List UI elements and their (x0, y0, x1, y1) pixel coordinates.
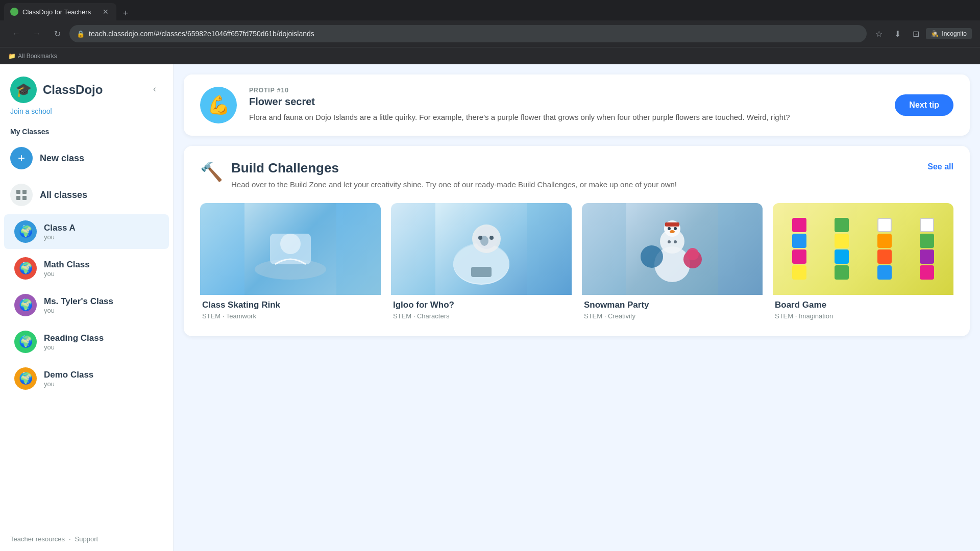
challenge-info-snowman: Snowman Party STEM · Creativity (582, 295, 763, 322)
reading-class-sub: you (44, 343, 104, 351)
class-a-avatar: 🌍 (14, 220, 37, 243)
challenge-name-skating: Class Skating Rink (202, 300, 379, 310)
board-cell-10 (835, 249, 849, 264)
board-cell-2 (835, 218, 849, 232)
sidebar-item-class-a[interactable]: 🌍 Class A you (4, 214, 169, 249)
lock-icon: 🔒 (77, 30, 85, 38)
incognito-badge: 🕵 Incognito (926, 28, 972, 39)
toolbar-right: ☆ ⬇ ⊡ 🕵 Incognito (871, 26, 972, 42)
next-tip-button[interactable]: Next tip (895, 94, 953, 116)
address-bar[interactable]: 🔒 teach.classdojo.com/#/classes/65982e10… (69, 25, 867, 42)
svg-rect-11 (471, 267, 492, 277)
challenge-card-snowman[interactable]: Snowman Party STEM · Creativity (582, 203, 763, 322)
sidebar-item-demo-class[interactable]: 🌍 Demo Class you (4, 361, 169, 396)
protip-card: 💪 PROTIP #10 Flower secret Flora and fau… (184, 74, 970, 136)
customize-button[interactable]: ⊡ (908, 26, 924, 42)
refresh-button[interactable]: ↻ (49, 26, 65, 42)
bookmark-button[interactable]: ☆ (871, 26, 887, 42)
my-classes-label: My Classes (0, 123, 173, 140)
logo-text: ClassDojo (43, 83, 103, 97)
tylers-class-info: Ms. Tyler's Class you (44, 296, 113, 314)
math-class-name: Math Class (44, 260, 90, 270)
all-classes-button[interactable]: All classes (0, 177, 173, 213)
challenge-card-skating[interactable]: Class Skating Rink STEM · Teamwork (200, 203, 381, 322)
download-button[interactable]: ⬇ (889, 26, 905, 42)
back-button[interactable]: ← (8, 26, 24, 42)
svg-rect-3 (22, 196, 27, 200)
incognito-label: Incognito (942, 30, 967, 37)
new-class-button[interactable]: + New class (0, 140, 173, 177)
active-tab[interactable]: ClassDojo for Teachers ✕ (4, 3, 116, 20)
board-cell-11 (877, 249, 892, 264)
board-cell-13 (792, 265, 806, 280)
teacher-resources-link[interactable]: Teacher resources (10, 535, 65, 543)
demo-class-info: Demo Class you (44, 370, 93, 388)
svg-point-24 (670, 230, 675, 233)
demo-class-sub: you (44, 380, 93, 388)
tylers-class-avatar: 🌍 (14, 294, 37, 316)
challenge-tags-igloo: STEM · Characters (393, 312, 570, 320)
board-cell-16 (920, 265, 934, 280)
footer-dot: · (69, 535, 71, 543)
svg-point-22 (668, 227, 671, 230)
see-all-link[interactable]: See all (927, 162, 953, 171)
challenge-info-igloo: Igloo for Who? STEM · Characters (391, 295, 572, 322)
bookmarks-label[interactable]: 📁 All Bookmarks (8, 53, 57, 60)
challenge-tags-skating: STEM · Teamwork (202, 312, 379, 320)
demo-class-avatar: 🌍 (14, 367, 37, 390)
sidebar-footer: Teacher resources · Support (0, 527, 173, 551)
logo-icon: 🎓 (10, 77, 37, 103)
challenge-card-board[interactable]: Board Game STEM · Imagination (773, 203, 953, 322)
tylers-class-name: Ms. Tyler's Class (44, 296, 113, 307)
sidebar-item-math-class[interactable]: 🌍 Math Class you (4, 251, 169, 286)
main-content: 💪 PROTIP #10 Flower secret Flora and fau… (174, 64, 980, 551)
svg-point-16 (489, 236, 494, 240)
board-cell-5 (792, 234, 806, 248)
svg-point-26 (674, 240, 677, 243)
url-text: teach.classdojo.com/#/classes/65982e1046… (89, 30, 860, 38)
svg-point-29 (641, 245, 663, 268)
incognito-icon: 🕵 (931, 30, 939, 37)
math-class-sub: you (44, 270, 90, 278)
board-cell-1 (792, 218, 806, 232)
class-a-sub: you (44, 233, 76, 241)
reading-class-name: Reading Class (44, 333, 104, 343)
browser-tabs: ClassDojo for Teachers ✕ + (0, 0, 980, 20)
board-cell-3 (877, 218, 892, 232)
new-class-label: New class (40, 153, 84, 164)
sidebar-header: 🎓 ClassDojo Join a school ‹ (0, 64, 173, 123)
demo-class-name: Demo Class (44, 370, 93, 380)
board-cell-15 (877, 265, 892, 280)
tab-title: ClassDojo for Teachers (22, 8, 97, 16)
challenge-name-board: Board Game (775, 300, 951, 310)
new-class-icon: + (10, 147, 33, 169)
new-tab-button[interactable]: + (118, 6, 133, 20)
challenges-description: Head over to the Build Zone and let your… (231, 179, 919, 191)
math-class-info: Math Class you (44, 260, 90, 278)
bookmarks-bar: 📁 All Bookmarks (0, 47, 980, 64)
sidebar-item-tylers-class[interactable]: 🌍 Ms. Tyler's Class you (4, 288, 169, 322)
challenge-card-igloo[interactable]: Igloo for Who? STEM · Characters (391, 203, 572, 322)
support-link[interactable]: Support (75, 535, 99, 543)
logo-row: 🎓 ClassDojo (10, 77, 103, 103)
challenge-info-skating: Class Skating Rink STEM · Teamwork (200, 295, 381, 322)
browser-toolbar: ← → ↻ 🔒 teach.classdojo.com/#/classes/65… (0, 20, 980, 47)
challenges-section: 🔨 Build Challenges Head over to the Buil… (184, 146, 970, 336)
svg-rect-1 (22, 190, 27, 194)
challenges-header: 🔨 Build Challenges Head over to the Buil… (200, 160, 953, 191)
svg-rect-0 (16, 190, 20, 194)
folder-icon: 📁 (8, 53, 16, 60)
forward-button[interactable]: → (29, 26, 45, 42)
sidebar-collapse-button[interactable]: ‹ (146, 81, 163, 97)
protip-title: Flower secret (249, 96, 883, 108)
challenge-name-igloo: Igloo for Who? (393, 300, 570, 310)
logo-area: 🎓 ClassDojo Join a school (10, 77, 103, 115)
board-cell-14 (835, 265, 849, 280)
reading-class-info: Reading Class you (44, 333, 104, 351)
join-school-link[interactable]: Join a school (10, 107, 103, 115)
challenge-tags-board: STEM · Imagination (775, 312, 951, 320)
protip-content: PROTIP #10 Flower secret Flora and fauna… (249, 87, 883, 123)
board-cell-12 (920, 249, 934, 264)
tab-close-button[interactable]: ✕ (101, 7, 110, 16)
sidebar-item-reading-class[interactable]: 🌍 Reading Class you (4, 324, 169, 359)
